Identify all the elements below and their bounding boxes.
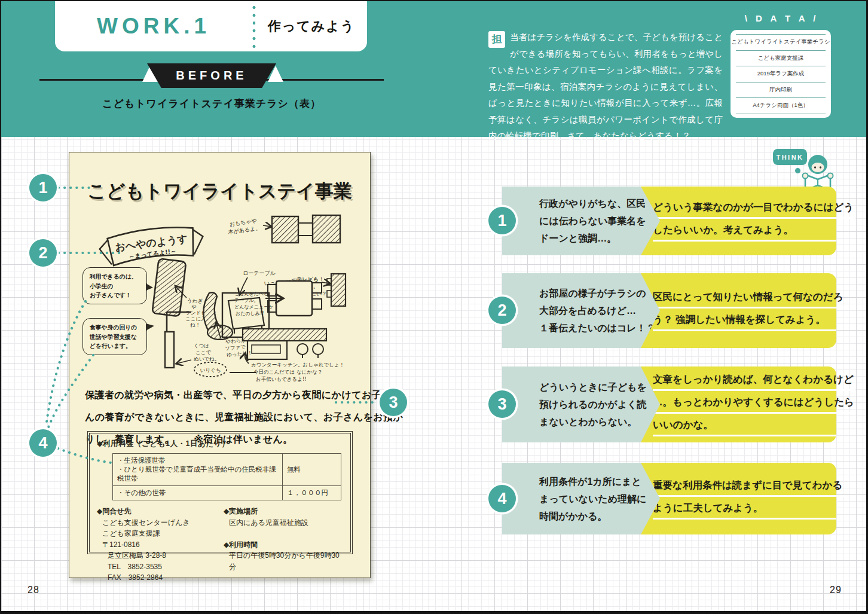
comment-row-1: どういう事業なのかが一目でわかるにはどう したらいいか。考えてみよう。 行政がや… (502, 187, 836, 255)
advice-line: 重要な利用条件は読まずに目で見てわかる (653, 478, 844, 497)
data-heading: \ D A T A / (732, 13, 832, 23)
contact-line: こども支援センターげんき (97, 517, 224, 529)
page-number-left: 28 (27, 585, 39, 595)
toys-annotation: おもちゃや 本があるよ。 (227, 217, 261, 235)
banner-ribbon: おへやのようす ～まってるよ!!～ (98, 223, 205, 267)
marker-3: 3 (380, 389, 407, 416)
svg-text:どんなメニューか: どんなメニューか (234, 304, 273, 310)
problem-line: 大部分を占めるけど… (539, 302, 660, 319)
marker-4: 4 (29, 429, 57, 457)
contact-section: ◆問合せ先 こども支援センターげんき こども家庭支援課 〒121-0816 足立… (97, 506, 343, 584)
problem-line: 利用条件が1カ所にまと (539, 473, 660, 490)
problem-line: お部屋の様子がチラシの (539, 285, 660, 302)
svg-text:おたのしみ!!: おたのしみ!! (236, 311, 264, 316)
bubble-line: どを行います。 (90, 341, 146, 351)
problem-line: 預けられるのかがよく読 (539, 396, 660, 413)
bubble-line: 世話や学習支援な (90, 332, 146, 342)
problem-line: まないとわからない。 (539, 413, 660, 430)
problem-line: １番伝えたいのはコレ！？ (539, 319, 660, 337)
place-line: 区内にある児童福祉施設 (224, 517, 343, 529)
fee-row-label: ・生活保護世帯 ・ひとり親世帯で児童育成手当受給中の住民税非課税世帯 (113, 454, 283, 486)
svg-text:ごはんをたべる: ごはんをたべる (234, 291, 268, 297)
data-item: こどもトワイライトステイ事業チラシ (736, 35, 826, 51)
bubble-line: 食事や身の回りの (90, 323, 146, 332)
problem-line: ドーンと強調…。 (539, 230, 660, 247)
svg-text:テーブル。: テーブル。 (234, 298, 259, 303)
place-heading: ◆実施場所 (224, 506, 343, 517)
data-item: A4チラシ両面（1色） (736, 98, 826, 114)
work-tab-label: 作ってみよう (256, 1, 367, 51)
contact-line: 足立区梅島 3-28-8 (97, 550, 224, 561)
contact-line: 〒121-0816 (97, 539, 224, 551)
time-line: 平日の午後5時30分から午後9時30分 (224, 550, 343, 572)
entrance-annotation: いりぐち (194, 362, 256, 377)
contact-line: TEL 3852-3535 (97, 561, 224, 573)
problem-line: まっていないため理解に (539, 490, 660, 508)
speech-bubble-services: 食事や身の回りの 世話や学習支援な どを行います。 (82, 318, 147, 355)
comment-2-problem: お部屋の様子がチラシの 大部分を占めるけど… １番伝えたいのはコレ！？ (502, 273, 660, 348)
advice-line: う？ 強調したい情報を探してみよう。 (653, 313, 836, 331)
fee-row-value: 無料 (283, 454, 341, 486)
flyer-title: こどもトワイライトステイ事業 (69, 179, 370, 204)
header-band: WORK.1 作ってみよう BEFORE こどもトワイライトステイ事業チラシ（表… (1, 1, 866, 137)
page-number-right: 29 (830, 585, 842, 595)
svg-text:今日のこんだては なにかな？: 今日のこんだては なにかな？ (253, 369, 322, 375)
fee-row-value: １，０００円 (283, 486, 341, 500)
comment-row-3: 文章をしっかり読めば、何となくわかるけど …。もっとわかりやすくするにはどうした… (502, 366, 836, 442)
before-label: BEFORE (147, 63, 276, 88)
fee-table: ・生活保護世帯 ・ひとり親世帯で児童育成手当受給中の住民税非課税世帯 無料 ・そ… (112, 453, 341, 500)
advice-line: …。もっとわかりやすくするにはどうしたら (653, 395, 856, 414)
time-heading: ◆利用時間 (224, 539, 343, 551)
bubble-line: 利用できるのは、 (90, 272, 146, 282)
comment-3-number: 3 (488, 390, 516, 418)
bubble-line: 小学生の (90, 282, 146, 291)
work-title: WORK.1 (55, 1, 252, 51)
advice-line: いいのかな。 (653, 418, 836, 436)
locker-sketch (152, 258, 186, 316)
sofa-sketch (203, 292, 233, 340)
work-title-box: WORK.1 作ってみよう (55, 1, 367, 51)
svg-text:お手伝いもできるよ!!: お手伝いもできるよ!! (256, 376, 307, 382)
problem-line: 行政がやりがちな、区民 (539, 195, 660, 212)
comment-2-number: 2 (488, 297, 516, 324)
problem-line: 時間がかかる。 (539, 508, 660, 525)
svg-text:や: や (191, 304, 197, 310)
contact-column: ◆問合せ先 こども支援センターげんき こども家庭支援課 〒121-0816 足立… (97, 506, 224, 584)
intro-paragraph: 担 当者はチラシを作成することで、子どもを預けることができる場所を知ってもらい、… (488, 29, 723, 145)
svg-text:うわぎ: うわぎ (187, 298, 203, 304)
comment-row-2: 区民にとって知りたい情報って何なのだろ う？ 強調したい情報を探してみよう。 お… (502, 273, 836, 348)
comment-row-4: 重要な利用条件は読まずに目で見てわかる ように工夫してみよう。 利用条件が1カ所… (502, 463, 836, 534)
drop-cap-tan: 担 (488, 31, 505, 48)
comment-4-number: 4 (488, 485, 516, 512)
book-spread: WORK.1 作ってみよう BEFORE こどもトワイライトステイ事業チラシ（表… (0, 0, 868, 614)
data-item: 2019年ラフ案作成 (736, 66, 826, 83)
svg-text:ここで: ここで (195, 349, 211, 355)
problem-line: どういうときに子どもを (539, 378, 660, 396)
tv-sketch (327, 274, 346, 306)
marker-1: 1 (29, 174, 57, 201)
contact-heading: ◆問合せ先 (97, 506, 224, 517)
toy-shelf-sketch (272, 215, 340, 243)
advice-line: ように工夫してみよう。 (653, 501, 836, 520)
problem-line: には伝わらない事業名を (539, 212, 660, 230)
contact-line: こども家庭支援課 (97, 528, 224, 539)
flyer-before: こどもトワイライトステイ事業 おもちゃや 本があるよ。 (69, 152, 371, 578)
intro-text: 当者はチラシを作成することで、子どもを預けることができる場所を知ってもらい、利用… (488, 32, 723, 140)
fee-info-box: ◆利用料金（こども1人・1日あたり） ・生活保護世帯 ・ひとり親世帯で児童育成手… (87, 431, 353, 554)
comment-1-problem: 行政がやりがちな、区民 には伝わらない事業名を ドーンと強調…。 (502, 187, 660, 255)
advice-line: したらいいか。考えてみよう。 (653, 223, 836, 242)
fee-title: ◆利用料金（こども1人・1日あたり） (97, 439, 343, 449)
shoes-annotation: くつは ここで ぬいでね。 (194, 343, 219, 362)
data-item: 庁内印刷 (736, 83, 826, 99)
body-line: んの養育ができないときに、児童福祉施設において、お子さんをお預か (85, 406, 357, 428)
marker-2: 2 (29, 239, 57, 267)
comment-1-number: 1 (488, 207, 516, 234)
before-banner: BEFORE こどもトワイライトステイ事業チラシ（表） (39, 63, 384, 114)
lowtable-annotation: ローテーブル (243, 270, 276, 276)
contact-line: FAX 3852-2864 (97, 572, 224, 584)
svg-text:くつは: くつは (194, 343, 209, 349)
data-box: こどもトワイライトステイ事業チラシ こども家庭支援課 2019年ラフ案作成 庁内… (731, 30, 831, 118)
bubble-line: お子さんです！ (90, 291, 146, 300)
body-line: 保護者の就労や病気・出産等で、平日の夕方から夜間にかけてお子さ (85, 384, 357, 406)
data-item: こども家庭支援課 (736, 51, 826, 67)
